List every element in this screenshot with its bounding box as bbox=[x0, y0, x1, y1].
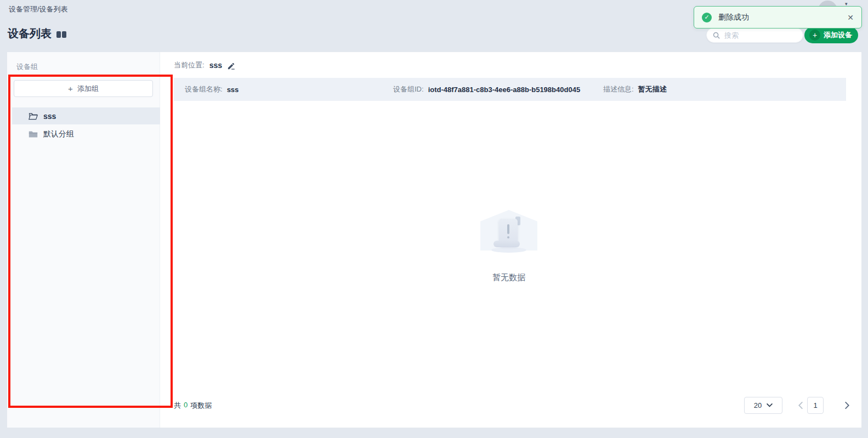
title-row: 设备列表 bbox=[8, 26, 66, 41]
search-icon bbox=[712, 31, 721, 39]
device-group-sidebar: 设备组 + 添加组 sss bbox=[7, 52, 160, 428]
next-page-button[interactable] bbox=[840, 397, 854, 414]
group-desc-field: 描述信息: 暂无描述 bbox=[603, 84, 667, 94]
page-number-input[interactable] bbox=[807, 397, 824, 414]
sidebar-item-sss[interactable]: sss bbox=[12, 107, 160, 124]
add-group-button[interactable]: + 添加组 bbox=[14, 80, 153, 97]
sidebar-item-label: sss bbox=[43, 112, 56, 121]
total-count: 0 bbox=[184, 401, 188, 411]
group-id-field: 设备组ID: iotd-48f7a881-c8b3-4ee6-a88b-b519… bbox=[393, 84, 603, 94]
add-device-button[interactable]: + 添加设备 bbox=[804, 27, 858, 43]
empty-state-icon bbox=[480, 210, 537, 253]
toast-message: 删除成功 bbox=[718, 13, 847, 22]
group-info-bar: 设备组名称: sss 设备组ID: iotd-48f7a881-c8b3-4ee… bbox=[174, 78, 846, 101]
chevron-down-icon bbox=[767, 403, 773, 407]
book-icon bbox=[56, 31, 66, 38]
prev-page-button[interactable] bbox=[793, 397, 808, 414]
search-box bbox=[706, 27, 803, 43]
edit-pencil-icon[interactable] bbox=[227, 62, 235, 70]
current-location-row: 当前位置: sss bbox=[174, 60, 235, 70]
page-size-select[interactable]: 20 bbox=[744, 397, 782, 414]
total-prefix: 共 bbox=[174, 401, 181, 411]
group-id-value: iotd-48f7a881-c8b3-4ee6-a88b-b5198b40d04… bbox=[428, 86, 580, 94]
total-suffix: 项数据 bbox=[190, 401, 212, 411]
add-group-label: 添加组 bbox=[77, 84, 99, 94]
success-check-icon: ✓ bbox=[702, 13, 712, 22]
group-name-label: 设备组名称: bbox=[185, 84, 223, 94]
app-window: 设备管理/设备列表 设备列表 ▾ + 添加设备 ✓ 删除成功 ✕ 设备组 + 添… bbox=[0, 0, 868, 438]
page-size-value: 20 bbox=[754, 401, 762, 409]
add-device-label: 添加设备 bbox=[824, 30, 852, 40]
chevron-right-icon bbox=[845, 402, 849, 409]
content-card: 设备组 + 添加组 sss bbox=[7, 52, 861, 428]
total-count-row: 共 0 项数据 bbox=[174, 401, 212, 411]
group-id-label: 设备组ID: bbox=[393, 84, 424, 94]
plus-icon: + bbox=[68, 84, 73, 93]
current-location-label: 当前位置: bbox=[174, 60, 205, 70]
sidebar-title: 设备组 bbox=[16, 62, 38, 72]
close-icon[interactable]: ✕ bbox=[847, 13, 854, 22]
breadcrumb: 设备管理/设备列表 bbox=[9, 4, 68, 14]
empty-state-text: 暂无数据 bbox=[465, 272, 553, 283]
page-title: 设备列表 bbox=[8, 26, 52, 41]
sidebar-item-default-group[interactable]: 默认分组 bbox=[12, 126, 160, 143]
chevron-left-icon bbox=[798, 402, 803, 409]
group-desc-value: 暂无描述 bbox=[638, 84, 667, 94]
folder-open-icon bbox=[29, 112, 38, 120]
group-name-field: 设备组名称: sss bbox=[185, 84, 393, 94]
empty-state: 暂无数据 bbox=[465, 210, 553, 283]
search-input[interactable] bbox=[724, 31, 790, 39]
sidebar-item-label: 默认分组 bbox=[43, 129, 74, 139]
plus-icon: + bbox=[809, 30, 820, 41]
success-toast: ✓ 删除成功 ✕ bbox=[694, 6, 862, 29]
group-name-value: sss bbox=[227, 86, 239, 94]
group-desc-label: 描述信息: bbox=[603, 84, 634, 94]
folder-icon bbox=[29, 130, 38, 138]
current-location-value: sss bbox=[209, 61, 222, 70]
